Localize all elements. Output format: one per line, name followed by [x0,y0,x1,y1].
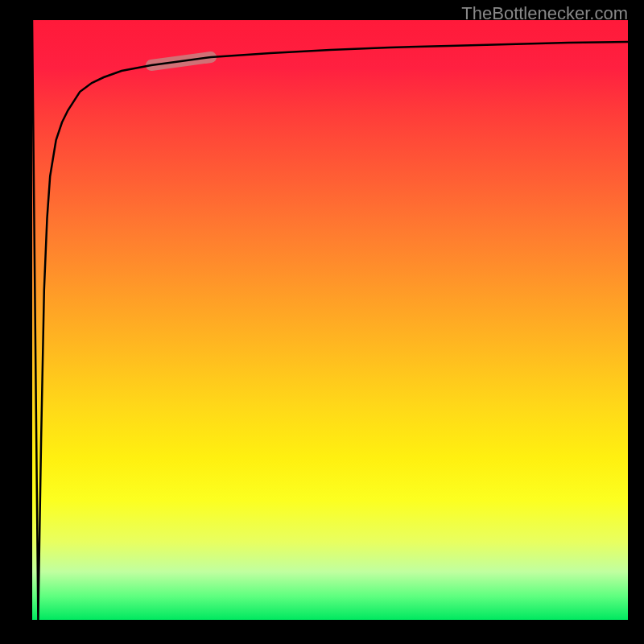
watermark-text: TheBottlenecker.com [461,3,628,24]
chart-svg [32,20,628,620]
bottleneck-curve [32,20,628,620]
chart-container: TheBottlenecker.com [0,0,644,644]
